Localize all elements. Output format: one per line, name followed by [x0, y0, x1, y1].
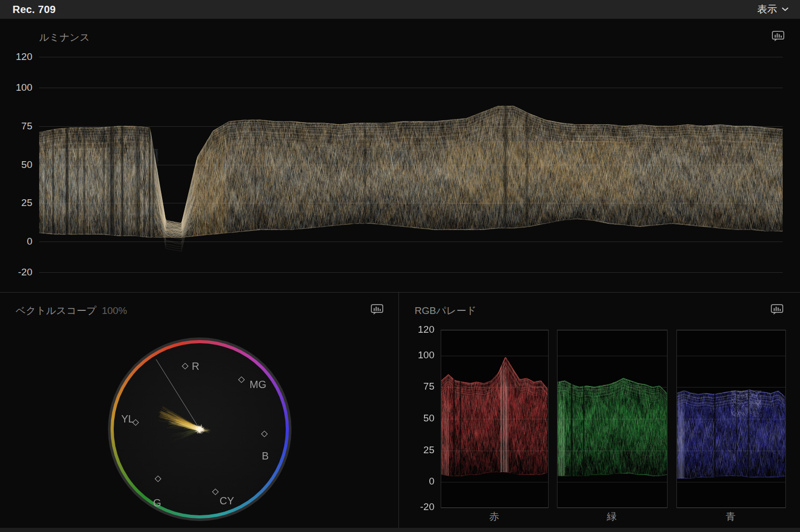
- luminance-y-tick-label: 0: [0, 236, 32, 247]
- histogram-bubble-icon: [771, 304, 783, 316]
- parade-canvas-red: [441, 330, 548, 507]
- parade-gridline: [557, 507, 667, 508]
- parade-y-tick-label: 50: [402, 413, 434, 424]
- parade-gridline: [677, 507, 785, 508]
- luminance-y-axis: 1201007550250-20: [0, 0, 32, 292]
- vectorscope-target-label-yl: YL: [121, 413, 134, 425]
- chevron-down-icon: [782, 7, 789, 11]
- vectorscope-settings-button[interactable]: [370, 303, 384, 317]
- parade-y-tick-label: -20: [402, 501, 434, 513]
- parade-y-tick-label: 75: [402, 381, 434, 392]
- parade-panel-red: [441, 330, 549, 508]
- vectorscope-target-label-g: G: [153, 497, 162, 509]
- parade-canvas-blue: [677, 330, 785, 507]
- vectorscope-target-label-mg: MG: [250, 379, 266, 391]
- parade-panel-green: [557, 330, 668, 508]
- vectorscope: RMGYLBCYG: [108, 337, 292, 521]
- section-divider: [0, 292, 800, 293]
- luminance-y-tick-label: 120: [0, 51, 32, 63]
- vectorscope-header: ベクトルスコープ 100%: [16, 304, 127, 318]
- vectorscope-target-label-b: B: [262, 450, 269, 462]
- parade-y-tick-label: 0: [402, 476, 434, 487]
- rgb-parade-settings-button[interactable]: [770, 303, 784, 317]
- parade-panel-blue: [676, 330, 786, 508]
- luminance-header: ルミナンス: [39, 31, 90, 44]
- luminance-y-tick-label: 100: [0, 82, 32, 93]
- parade-canvas-green: [557, 330, 667, 507]
- pane-divider: [398, 293, 399, 528]
- channel-label-red: 赤: [489, 510, 499, 524]
- histogram-bubble-icon: [772, 31, 784, 42]
- vectorscope-target-label-r: R: [192, 360, 199, 372]
- header-bar: Rec. 709 表示: [0, 0, 800, 19]
- view-menu-label: 表示: [757, 3, 777, 16]
- parade-y-tick-label: 100: [402, 349, 434, 361]
- histogram-bubble-icon: [371, 304, 383, 316]
- luminance-settings-button[interactable]: [771, 30, 785, 43]
- luminance-y-tick-label: -20: [0, 267, 32, 278]
- vectorscope-trace-canvas: [114, 343, 286, 515]
- luminance-title: ルミナンス: [39, 31, 90, 44]
- vectorscope-zoom-level: 100%: [102, 305, 127, 317]
- luminance-y-tick-label: 25: [0, 197, 32, 209]
- parade-y-tick-label: 25: [402, 444, 434, 456]
- vectorscope-target-label-cy: CY: [220, 495, 234, 507]
- bottom-edge: [0, 528, 800, 532]
- luminance-y-tick-label: 75: [0, 120, 32, 132]
- parade-y-tick-label: 120: [402, 324, 434, 335]
- vectorscope-title: ベクトルスコープ: [16, 304, 96, 318]
- channel-label-blue: 青: [726, 510, 736, 524]
- rgb-parade-y-axis: 1201007550250-20: [402, 0, 434, 528]
- channel-label-green: 緑: [607, 510, 617, 524]
- luminance-y-tick-label: 50: [0, 159, 32, 171]
- parade-gridline: [441, 507, 548, 508]
- view-menu-button[interactable]: 表示: [757, 0, 789, 19]
